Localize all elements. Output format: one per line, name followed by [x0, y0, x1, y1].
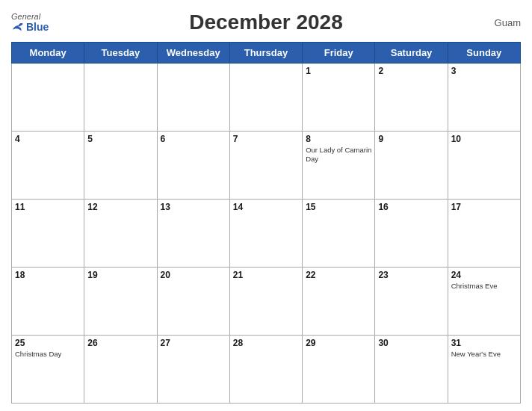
logo-blue-text: Blue [26, 21, 49, 33]
day-cell-3: 3 [448, 64, 520, 132]
day-cell-16: 16 [375, 200, 448, 268]
day-cell-30: 30 [375, 336, 448, 404]
day-number-28: 28 [233, 338, 299, 348]
day-number-5: 5 [87, 134, 153, 144]
calendar-table: Monday Tuesday Wednesday Thursday Friday… [11, 42, 521, 404]
day-number-31: 31 [451, 338, 517, 348]
day-number-27: 27 [161, 338, 226, 348]
day-number-24: 24 [451, 270, 517, 280]
header-monday: Monday [12, 43, 84, 64]
calendar-title: December 2028 [189, 10, 342, 34]
day-cell-28: 28 [229, 336, 302, 404]
logo-bird-icon [11, 22, 25, 32]
day-number-8: 8 [306, 134, 371, 144]
day-cell-20: 20 [157, 268, 229, 336]
day-number-20: 20 [161, 270, 226, 280]
day-cell-5: 5 [84, 132, 157, 200]
day-cell-7: 7 [229, 132, 302, 200]
day-cell-6: 6 [157, 132, 229, 200]
day-number-18: 18 [15, 270, 81, 280]
logo-general-text: General [11, 12, 40, 21]
day-number-21: 21 [233, 270, 299, 280]
day-cell-23: 23 [375, 268, 448, 336]
day-cell-15: 15 [303, 200, 375, 268]
day-cell-10: 10 [448, 132, 520, 200]
week-row-1: 123 [12, 64, 521, 132]
day-number-11: 11 [15, 202, 81, 212]
header-tuesday: Tuesday [84, 43, 157, 64]
day-cell-8: 8Our Lady of Camarin Day [303, 132, 375, 200]
day-cell-25: 25Christmas Day [12, 336, 84, 404]
event-label: New Year's Eve [451, 350, 517, 359]
day-cell-empty [229, 64, 302, 132]
day-cell-empty [84, 64, 157, 132]
day-cell-29: 29 [303, 336, 375, 404]
day-cell-9: 9 [375, 132, 448, 200]
week-row-2: 45678Our Lady of Camarin Day910 [12, 132, 521, 200]
day-number-12: 12 [87, 202, 153, 212]
day-cell-22: 22 [303, 268, 375, 336]
day-cell-12: 12 [84, 200, 157, 268]
day-number-22: 22 [306, 270, 371, 280]
logo: General Blue [11, 12, 49, 33]
day-cell-14: 14 [229, 200, 302, 268]
day-number-6: 6 [161, 134, 226, 144]
day-cell-17: 17 [448, 200, 520, 268]
day-cell-2: 2 [375, 64, 448, 132]
event-label: Our Lady of Camarin Day [306, 146, 371, 164]
day-cell-19: 19 [84, 268, 157, 336]
day-number-25: 25 [15, 338, 81, 348]
day-number-19: 19 [87, 270, 153, 280]
day-cell-11: 11 [12, 200, 84, 268]
days-header-row: Monday Tuesday Wednesday Thursday Friday… [12, 43, 521, 64]
day-number-10: 10 [451, 134, 517, 144]
day-cell-24: 24Christmas Eve [448, 268, 520, 336]
day-cell-13: 13 [157, 200, 229, 268]
day-number-13: 13 [161, 202, 226, 212]
event-label: Christmas Eve [451, 282, 517, 291]
day-cell-empty [12, 64, 84, 132]
day-cell-4: 4 [12, 132, 84, 200]
day-number-3: 3 [451, 66, 517, 76]
day-cell-empty [157, 64, 229, 132]
calendar-header: General Blue December 2028 Guam [11, 7, 521, 37]
header-sunday: Sunday [448, 43, 520, 64]
header-friday: Friday [303, 43, 375, 64]
header-wednesday: Wednesday [157, 43, 229, 64]
logo-blue-container: Blue [11, 21, 49, 33]
day-cell-1: 1 [303, 64, 375, 132]
day-cell-18: 18 [12, 268, 84, 336]
day-number-1: 1 [306, 66, 371, 76]
day-number-26: 26 [87, 338, 153, 348]
day-number-7: 7 [233, 134, 299, 144]
header-saturday: Saturday [375, 43, 448, 64]
day-number-15: 15 [306, 202, 371, 212]
day-number-2: 2 [378, 66, 444, 76]
day-number-17: 17 [451, 202, 517, 212]
day-cell-31: 31New Year's Eve [448, 336, 520, 404]
week-row-5: 25Christmas Day262728293031New Year's Ev… [12, 336, 521, 404]
day-number-16: 16 [378, 202, 444, 212]
day-number-30: 30 [378, 338, 444, 348]
day-cell-21: 21 [229, 268, 302, 336]
week-row-3: 11121314151617 [12, 200, 521, 268]
day-number-14: 14 [233, 202, 299, 212]
day-cell-26: 26 [84, 336, 157, 404]
header-thursday: Thursday [229, 43, 302, 64]
event-label: Christmas Day [15, 350, 81, 359]
day-number-4: 4 [15, 134, 81, 144]
week-row-4: 18192021222324Christmas Eve [12, 268, 521, 336]
day-number-29: 29 [306, 338, 371, 348]
day-number-23: 23 [378, 270, 444, 280]
day-cell-27: 27 [157, 336, 229, 404]
region-label: Guam [495, 17, 521, 28]
day-number-9: 9 [378, 134, 444, 144]
